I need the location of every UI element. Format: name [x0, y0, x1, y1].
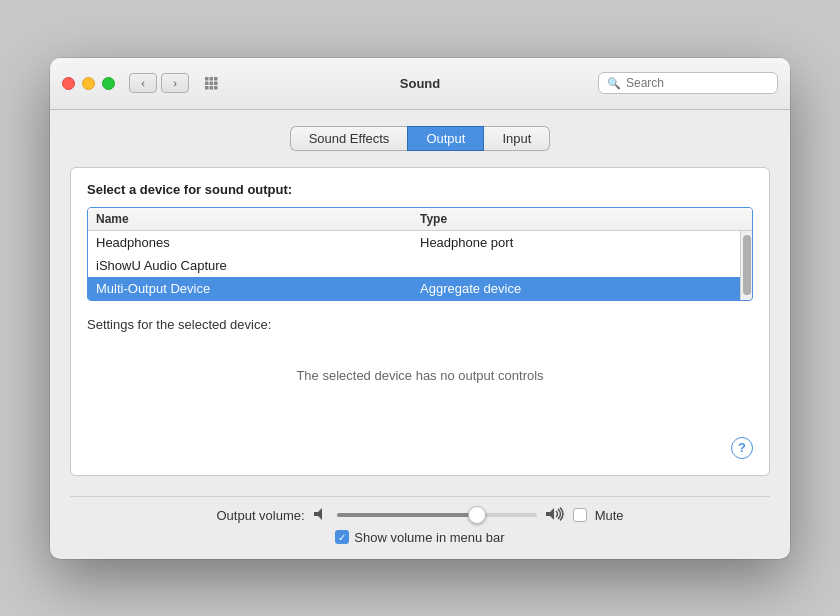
table-row-selected[interactable]: Multi-Output Device Aggregate device	[88, 277, 752, 300]
table-body: Headphones Headphone port iShowU Audio C…	[88, 231, 752, 300]
show-volume-checkbox[interactable]: ✓	[335, 530, 349, 544]
mute-label: Mute	[595, 508, 624, 523]
slider-thumb[interactable]	[468, 506, 486, 524]
close-button[interactable]	[62, 77, 75, 90]
search-box[interactable]: 🔍	[598, 72, 778, 94]
section-label: Select a device for sound output:	[87, 182, 753, 197]
tab-sound-effects[interactable]: Sound Effects	[290, 126, 408, 151]
scrollbar-thumb	[743, 235, 751, 295]
svg-rect-5	[214, 82, 218, 86]
show-volume-row: ✓ Show volume in menu bar	[335, 530, 504, 545]
svg-rect-6	[205, 86, 209, 90]
row-name: iShowU Audio Capture	[96, 258, 420, 273]
traffic-lights	[62, 77, 115, 90]
window-title: Sound	[400, 76, 440, 91]
svg-rect-8	[214, 86, 218, 90]
svg-rect-1	[210, 77, 214, 81]
show-volume-label: Show volume in menu bar	[354, 530, 504, 545]
slider-fill	[337, 513, 477, 517]
svg-rect-3	[205, 82, 209, 86]
tab-input[interactable]: Input	[484, 126, 550, 151]
col-type-header: Type	[420, 212, 744, 226]
svg-rect-7	[210, 86, 214, 90]
table-scrollbar[interactable]	[740, 231, 752, 300]
help-button-container: ?	[87, 437, 753, 459]
help-button[interactable]: ?	[731, 437, 753, 459]
search-icon: 🔍	[607, 77, 621, 90]
nav-buttons: ‹ ›	[129, 73, 189, 93]
forward-button[interactable]: ›	[161, 73, 189, 93]
back-button[interactable]: ‹	[129, 73, 157, 93]
search-input[interactable]	[626, 76, 769, 90]
svg-rect-4	[210, 82, 214, 86]
volume-row: Output volume: Mute	[216, 507, 623, 524]
row-name: Headphones	[96, 235, 420, 250]
row-type	[420, 258, 744, 273]
svg-marker-10	[546, 508, 554, 520]
col-name-header: Name	[96, 212, 420, 226]
table-row[interactable]: iShowU Audio Capture	[88, 254, 752, 277]
table-row[interactable]: Headphones Headphone port	[88, 231, 752, 254]
volume-label: Output volume:	[216, 508, 304, 523]
settings-section: Settings for the selected device: The se…	[87, 317, 753, 459]
row-name: Multi-Output Device	[96, 281, 420, 296]
forward-icon: ›	[173, 77, 177, 89]
minimize-button[interactable]	[82, 77, 95, 90]
help-icon: ?	[738, 440, 746, 455]
row-type: Headphone port	[420, 235, 744, 250]
row-type: Aggregate device	[420, 281, 744, 296]
main-window: ‹ › Sound 🔍	[50, 58, 790, 559]
grid-button[interactable]	[197, 73, 225, 93]
no-controls-message: The selected device has no output contro…	[87, 348, 753, 433]
tab-bar: Sound Effects Output Input	[70, 126, 770, 151]
svg-marker-9	[314, 508, 322, 520]
output-panel: Select a device for sound output: Name T…	[70, 167, 770, 476]
svg-rect-2	[214, 77, 218, 81]
bottom-bar: Output volume: Mute	[50, 497, 790, 559]
settings-label: Settings for the selected device:	[87, 317, 753, 332]
volume-low-icon	[313, 507, 329, 524]
content-area: Sound Effects Output Input Select a devi…	[50, 110, 790, 496]
checkmark-icon: ✓	[338, 532, 346, 543]
volume-slider[interactable]	[337, 513, 537, 517]
back-icon: ‹	[141, 77, 145, 89]
maximize-button[interactable]	[102, 77, 115, 90]
svg-rect-0	[205, 77, 209, 81]
table-header: Name Type	[88, 208, 752, 231]
device-table: Name Type Headphones Headphone port iSho…	[87, 207, 753, 301]
tab-output[interactable]: Output	[407, 126, 484, 151]
volume-high-icon	[545, 507, 565, 524]
titlebar: ‹ › Sound 🔍	[50, 58, 790, 110]
grid-icon	[204, 76, 218, 90]
mute-checkbox[interactable]	[573, 508, 587, 522]
